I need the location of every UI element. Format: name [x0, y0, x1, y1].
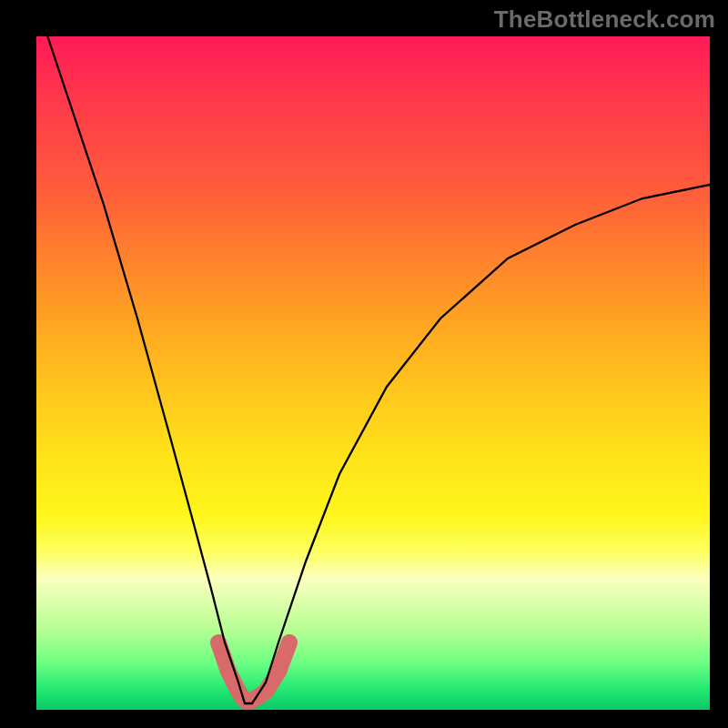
curve-layer	[36, 36, 710, 710]
gradient-plot-area	[36, 36, 710, 710]
watermark-text: TheBottleneck.com	[494, 5, 715, 34]
valley-highlight-stroke	[218, 642, 289, 701]
outer-frame: TheBottleneck.com	[0, 0, 728, 728]
bottleneck-curve	[36, 3, 710, 703]
